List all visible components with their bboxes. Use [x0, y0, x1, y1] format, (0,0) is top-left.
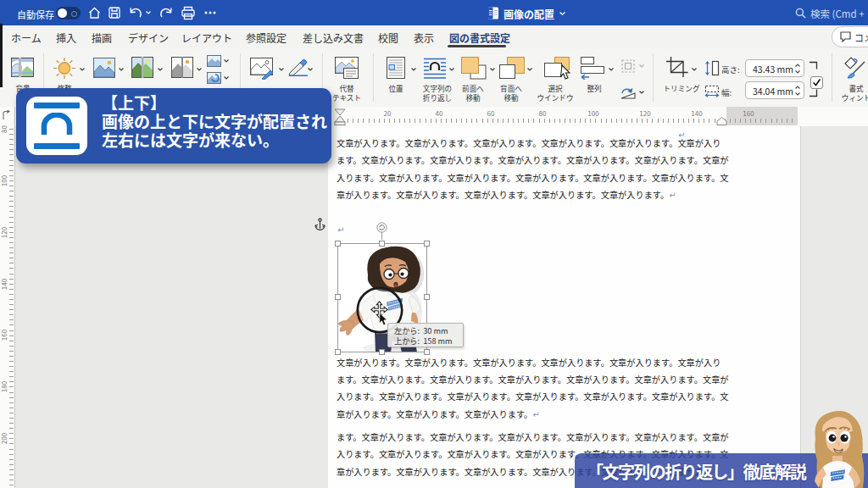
- tab-bar: ホーム 挿入 描画 デザイン レイアウト 参照設定 差し込み文書 校閲 表示 図…: [0, 25, 868, 48]
- tooltip: 左から: 30 mm上から: 158 mm: [387, 323, 464, 347]
- screen-edge: [0, 24, 3, 87]
- paragraph-1: 文章が入ります。文章が入ります。文章が入ります。文章が入ります。文章が入ります。…: [337, 135, 729, 204]
- callout: 【上下】画像の上と下に文字が配置され左右には文字が来ない。: [16, 88, 331, 164]
- comment-button[interactable]: コメ: [832, 26, 868, 47]
- avatar: [795, 407, 868, 488]
- paragraph-2: 文章が入ります。文章が入ります。文章が入ります。文章が入ります。文章が入ります。…: [337, 354, 729, 424]
- width-input[interactable]: 34.04 mm: [745, 81, 804, 99]
- height-input[interactable]: 43.43 mm: [745, 59, 804, 77]
- anchor: [314, 218, 326, 230]
- title-bar: 自動保存: [0, 0, 868, 25]
- document-area: ↵ 文章が入ります。文章が入ります。文章が入ります。文章が入ります。文章が入りま…: [0, 126, 868, 488]
- vertical-ruler: 80 100 120 140 160 180 200: [0, 107, 15, 488]
- autosave-toggle[interactable]: [56, 7, 81, 19]
